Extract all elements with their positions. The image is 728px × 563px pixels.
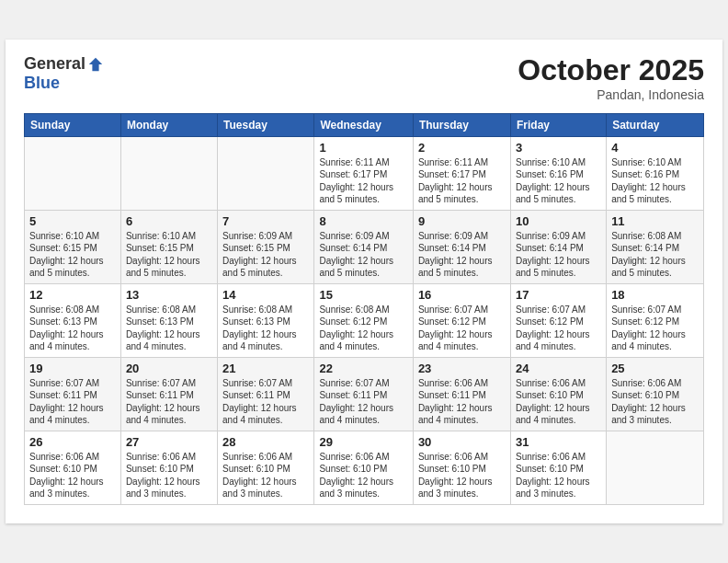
day-number: 16 [418,288,506,302]
day-info: Sunrise: 6:06 AM Sunset: 6:11 PM Dayligh… [418,377,506,427]
calendar-cell [218,136,314,210]
calendar-cell: 3Sunrise: 6:10 AM Sunset: 6:16 PM Daylig… [510,136,606,210]
day-number: 13 [126,288,212,302]
day-info: Sunrise: 6:06 AM Sunset: 6:10 PM Dayligh… [516,377,601,427]
day-info: Sunrise: 6:10 AM Sunset: 6:15 PM Dayligh… [29,230,116,280]
day-number: 4 [611,141,699,155]
calendar-cell: 2Sunrise: 6:11 AM Sunset: 6:17 PM Daylig… [413,136,510,210]
day-number: 29 [319,435,407,449]
calendar-cell: 31Sunrise: 6:06 AM Sunset: 6:10 PM Dayli… [510,431,606,504]
calendar-cell: 29Sunrise: 6:06 AM Sunset: 6:10 PM Dayli… [314,431,413,504]
calendar-cell: 26Sunrise: 6:06 AM Sunset: 6:10 PM Dayli… [25,431,121,504]
day-number: 12 [29,288,116,302]
month-title: October 2025 [518,54,704,86]
day-info: Sunrise: 6:07 AM Sunset: 6:11 PM Dayligh… [222,377,309,427]
calendar-cell: 18Sunrise: 6:07 AM Sunset: 6:12 PM Dayli… [607,283,704,357]
day-number: 15 [319,288,407,302]
logo-icon [87,56,104,73]
calendar-container: General Blue October 2025 Pandan, Indone… [6,40,722,523]
day-info: Sunrise: 6:11 AM Sunset: 6:17 PM Dayligh… [418,156,506,206]
day-number: 31 [516,435,601,449]
day-info: Sunrise: 6:09 AM Sunset: 6:15 PM Dayligh… [222,230,309,280]
logo-blue-text: Blue [24,74,60,92]
calendar-cell [607,431,704,504]
day-info: Sunrise: 6:10 AM Sunset: 6:16 PM Dayligh… [611,156,699,206]
weekday-header-monday: Monday [120,113,217,136]
weekday-header-thursday: Thursday [413,113,510,136]
day-number: 11 [611,214,699,228]
calendar-week-row: 5Sunrise: 6:10 AM Sunset: 6:15 PM Daylig… [25,210,704,283]
day-number: 17 [516,288,601,302]
calendar-cell: 8Sunrise: 6:09 AM Sunset: 6:14 PM Daylig… [314,210,413,283]
calendar-cell: 21Sunrise: 6:07 AM Sunset: 6:11 PM Dayli… [218,357,314,431]
calendar-cell: 12Sunrise: 6:08 AM Sunset: 6:13 PM Dayli… [25,283,121,357]
day-info: Sunrise: 6:07 AM Sunset: 6:12 PM Dayligh… [418,304,506,353]
day-info: Sunrise: 6:08 AM Sunset: 6:13 PM Dayligh… [222,304,309,353]
weekday-header-friday: Friday [510,113,606,136]
calendar-cell: 15Sunrise: 6:08 AM Sunset: 6:12 PM Dayli… [314,283,413,357]
calendar-cell: 9Sunrise: 6:09 AM Sunset: 6:14 PM Daylig… [413,210,510,283]
day-info: Sunrise: 6:06 AM Sunset: 6:10 PM Dayligh… [418,451,506,500]
weekday-header-sunday: Sunday [25,113,121,136]
day-info: Sunrise: 6:08 AM Sunset: 6:12 PM Dayligh… [319,304,407,353]
calendar-cell: 1Sunrise: 6:11 AM Sunset: 6:17 PM Daylig… [314,136,413,210]
calendar-cell: 5Sunrise: 6:10 AM Sunset: 6:15 PM Daylig… [25,210,121,283]
calendar-cell: 17Sunrise: 6:07 AM Sunset: 6:12 PM Dayli… [510,283,606,357]
calendar-table: SundayMondayTuesdayWednesdayThursdayFrid… [24,113,704,505]
calendar-cell: 6Sunrise: 6:10 AM Sunset: 6:15 PM Daylig… [120,210,217,283]
day-info: Sunrise: 6:09 AM Sunset: 6:14 PM Dayligh… [516,230,601,280]
day-info: Sunrise: 6:06 AM Sunset: 6:10 PM Dayligh… [611,377,699,427]
day-number: 22 [319,362,407,375]
day-number: 9 [418,214,506,228]
day-info: Sunrise: 6:07 AM Sunset: 6:11 PM Dayligh… [29,377,116,427]
calendar-cell: 25Sunrise: 6:06 AM Sunset: 6:10 PM Dayli… [607,357,704,431]
calendar-cell: 10Sunrise: 6:09 AM Sunset: 6:14 PM Dayli… [510,210,606,283]
calendar-week-row: 26Sunrise: 6:06 AM Sunset: 6:10 PM Dayli… [25,431,704,504]
day-number: 23 [418,362,506,375]
day-number: 14 [222,288,309,302]
calendar-cell: 27Sunrise: 6:06 AM Sunset: 6:10 PM Dayli… [120,431,217,504]
day-info: Sunrise: 6:06 AM Sunset: 6:10 PM Dayligh… [222,451,309,500]
logo: General Blue [24,54,104,93]
weekday-header-saturday: Saturday [607,113,704,136]
logo-general-text: General [24,54,85,74]
day-info: Sunrise: 6:10 AM Sunset: 6:16 PM Dayligh… [516,156,601,206]
day-number: 6 [126,214,212,228]
day-info: Sunrise: 6:06 AM Sunset: 6:10 PM Dayligh… [319,451,407,500]
day-info: Sunrise: 6:07 AM Sunset: 6:12 PM Dayligh… [611,304,699,353]
svg-marker-0 [89,58,102,71]
calendar-cell: 20Sunrise: 6:07 AM Sunset: 6:11 PM Dayli… [120,357,217,431]
title-section: October 2025 Pandan, Indonesia [518,54,704,101]
day-info: Sunrise: 6:08 AM Sunset: 6:13 PM Dayligh… [29,304,116,353]
calendar-cell: 22Sunrise: 6:07 AM Sunset: 6:11 PM Dayli… [314,357,413,431]
calendar-week-row: 1Sunrise: 6:11 AM Sunset: 6:17 PM Daylig… [25,136,704,210]
day-info: Sunrise: 6:07 AM Sunset: 6:11 PM Dayligh… [319,377,407,427]
calendar-cell: 14Sunrise: 6:08 AM Sunset: 6:13 PM Dayli… [218,283,314,357]
calendar-cell: 16Sunrise: 6:07 AM Sunset: 6:12 PM Dayli… [413,283,510,357]
calendar-cell: 19Sunrise: 6:07 AM Sunset: 6:11 PM Dayli… [25,357,121,431]
day-number: 3 [516,141,601,155]
day-number: 5 [29,214,116,228]
day-number: 2 [418,141,506,155]
location-subtitle: Pandan, Indonesia [518,87,704,102]
weekday-header-tuesday: Tuesday [218,113,314,136]
day-number: 21 [222,362,309,375]
calendar-cell: 23Sunrise: 6:06 AM Sunset: 6:11 PM Dayli… [413,357,510,431]
calendar-cell [25,136,121,210]
calendar-cell: 28Sunrise: 6:06 AM Sunset: 6:10 PM Dayli… [218,431,314,504]
day-number: 10 [516,214,601,228]
day-number: 18 [611,288,699,302]
weekday-header-row: SundayMondayTuesdayWednesdayThursdayFrid… [25,113,704,136]
day-info: Sunrise: 6:06 AM Sunset: 6:10 PM Dayligh… [126,451,212,500]
day-number: 19 [29,362,116,375]
day-info: Sunrise: 6:08 AM Sunset: 6:14 PM Dayligh… [611,230,699,280]
calendar-cell: 13Sunrise: 6:08 AM Sunset: 6:13 PM Dayli… [120,283,217,357]
day-number: 27 [126,435,212,449]
calendar-week-row: 19Sunrise: 6:07 AM Sunset: 6:11 PM Dayli… [25,357,704,431]
calendar-cell [120,136,217,210]
day-number: 25 [611,362,699,375]
day-number: 7 [222,214,309,228]
day-info: Sunrise: 6:06 AM Sunset: 6:10 PM Dayligh… [29,451,116,500]
calendar-cell: 7Sunrise: 6:09 AM Sunset: 6:15 PM Daylig… [218,210,314,283]
calendar-cell: 11Sunrise: 6:08 AM Sunset: 6:14 PM Dayli… [607,210,704,283]
